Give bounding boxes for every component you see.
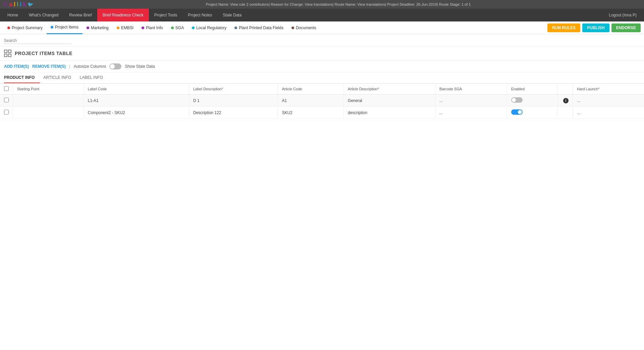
row1-info-icon[interactable]: i (563, 98, 569, 103)
logo-bird-icon: 🐦 (28, 2, 33, 7)
sub-nav-sga[interactable]: SGA (167, 21, 188, 34)
row1-barcode-sga: ... (435, 95, 507, 107)
sub-nav-documents-label: Documents (296, 26, 316, 30)
sub-nav-marketing-label: Marketing (91, 26, 109, 30)
dot-local-regulatory (192, 27, 195, 29)
dot-project-items (51, 26, 53, 29)
col-header-article-code: Article Code (278, 84, 344, 95)
row1-hard-launch: ... (573, 95, 644, 107)
col-header-label-code: Label Code (84, 84, 189, 95)
col-header-barcode-sga: Barcode SGA (435, 84, 507, 95)
col-header-spacer (557, 84, 573, 95)
select-all-checkbox[interactable] (4, 86, 9, 91)
endorse-button[interactable]: ENDORSE (611, 23, 641, 32)
dot-project-summary (7, 27, 10, 29)
sub-nav-embsi-label: EMBSI (121, 26, 133, 30)
sub-nav-local-regulatory[interactable]: Local Regulatory (188, 21, 230, 34)
nav-item-whats-changed[interactable]: What's Changed (23, 9, 64, 21)
nav-item-home[interactable]: Home (2, 9, 23, 21)
sub-nav-documents[interactable]: Documents (287, 21, 320, 34)
nav-bar: Home What's Changed Review Brief Brief R… (0, 9, 644, 21)
tab-product-info[interactable]: PRODUCT INFO (4, 72, 40, 83)
add-items-button[interactable]: ADD ITEM(S) (4, 64, 29, 69)
nav-item-stale-data[interactable]: Stale Data (217, 9, 247, 21)
row1-enabled-toggle[interactable] (511, 97, 523, 103)
tab-article-info[interactable]: ARTICLE INFO (43, 72, 76, 83)
row2-enabled-toggle[interactable] (511, 109, 523, 115)
sub-nav-local-regulatory-label: Local Regulatory (196, 26, 226, 30)
dot-plant-info (142, 27, 144, 29)
svg-rect-2 (4, 54, 7, 57)
grid-icon (4, 50, 11, 57)
dot-documents (291, 27, 294, 29)
row1-checkbox[interactable] (4, 98, 9, 102)
data-tabs: PRODUCT INFO ARTICLE INFO LABEL INFO (0, 72, 644, 84)
row1-checkbox-cell (0, 95, 13, 107)
row2-label-description: Description 122 (189, 107, 278, 119)
search-input[interactable] (4, 38, 71, 44)
logo-letter-i: i (20, 1, 21, 8)
table-row: L1-A1 D 1 A1 General ... i ... (0, 95, 644, 107)
nav-item-project-tools[interactable]: Project Tools (149, 9, 182, 21)
publish-button[interactable]: PUBLISH (582, 23, 609, 32)
sub-nav-plant-info[interactable]: Plant Info (138, 21, 167, 34)
col-header-article-description: Article Description* (344, 84, 435, 95)
col-header-label-description: Label Description* (189, 84, 278, 95)
row2-enabled-cell (507, 107, 557, 119)
sub-nav-project-items[interactable]: Project Items (47, 21, 83, 34)
tab-label-info[interactable]: LABEL INFO (80, 72, 108, 83)
row1-article-description: General (344, 95, 435, 107)
logo-letter-l2: l (17, 1, 18, 8)
autosize-toggle[interactable] (109, 63, 121, 69)
sub-nav-plant-printed-label: Plant Printed Data Fields (239, 26, 283, 30)
logout-button[interactable]: Logout (Inna P) (603, 13, 642, 17)
toolbar-divider: | (69, 64, 70, 69)
dot-sga (171, 27, 174, 29)
row2-barcode-sga: ... (435, 107, 507, 119)
remove-items-button[interactable]: REMOVE ITEM(S) (32, 64, 66, 69)
sub-nav-marketing[interactable]: Marketing (83, 21, 113, 34)
sub-nav-plant-info-label: Plant Info (146, 26, 163, 30)
row1-toggle-slider (511, 97, 523, 103)
nav-item-project-notes[interactable]: Project Notes (182, 9, 217, 21)
info-bar: K a l l i k 🐦 Project Name: View rule 2 … (0, 0, 644, 9)
sub-nav-project-summary-label: Project Summary (12, 26, 43, 30)
sub-nav-embsi[interactable]: EMBSI (113, 21, 138, 34)
logo-letter-a: a (9, 1, 12, 8)
run-rules-button[interactable]: RUN RULES (547, 23, 580, 32)
row2-checkbox[interactable] (4, 110, 9, 114)
svg-rect-0 (4, 50, 7, 53)
sub-nav-project-summary[interactable]: Project Summary (3, 21, 47, 34)
row2-label-code: Component2 - SKU2 (84, 107, 189, 119)
autosize-columns-label: Autosize Columns (74, 64, 106, 69)
row1-label-code: L1-A1 (84, 95, 189, 107)
sub-nav-plant-printed[interactable]: Plant Printed Data Fields (230, 21, 287, 34)
show-stale-data-label: Show Stale Data (125, 64, 155, 69)
project-info-text: Project Name: View rule 2 contributors| … (36, 2, 641, 6)
col-header-hard-launch: Hard Launch* (573, 84, 644, 95)
row1-info-cell: i (557, 95, 573, 107)
row1-enabled-cell (507, 95, 557, 107)
row2-article-description: description (344, 107, 435, 119)
row2-toggle-slider (511, 109, 523, 115)
project-items-table: Starting Point Label Code Label Descript… (0, 84, 644, 119)
section-title: PROJECT ITEMS TABLE (15, 51, 72, 56)
table-header-row: Starting Point Label Code Label Descript… (0, 84, 644, 95)
nav-item-brief-readiness-check[interactable]: Brief Readiness Check (97, 9, 149, 21)
nav-item-review-brief[interactable]: Review Brief (64, 9, 97, 21)
autosize-slider (109, 63, 121, 69)
svg-rect-3 (8, 54, 11, 57)
row2-hard-launch: ... (573, 107, 644, 119)
sub-nav-sga-label: SGA (175, 26, 184, 30)
row2-info-cell (557, 107, 573, 119)
row2-article-code: SKU2 (278, 107, 344, 119)
col-header-enabled: Enabled (507, 84, 557, 95)
table-row: Component2 - SKU2 Description 122 SKU2 d… (0, 107, 644, 119)
toolbar: ADD ITEM(S) REMOVE ITEM(S) | Autosize Co… (0, 61, 644, 72)
logo-letter-l1: l (14, 1, 15, 8)
dot-embsi (117, 27, 119, 29)
sub-nav: Project Summary Project Items Marketing … (0, 21, 644, 34)
logo-letter-k2: k (23, 1, 26, 8)
row1-starting-point (13, 95, 84, 107)
row1-article-code: A1 (278, 95, 344, 107)
